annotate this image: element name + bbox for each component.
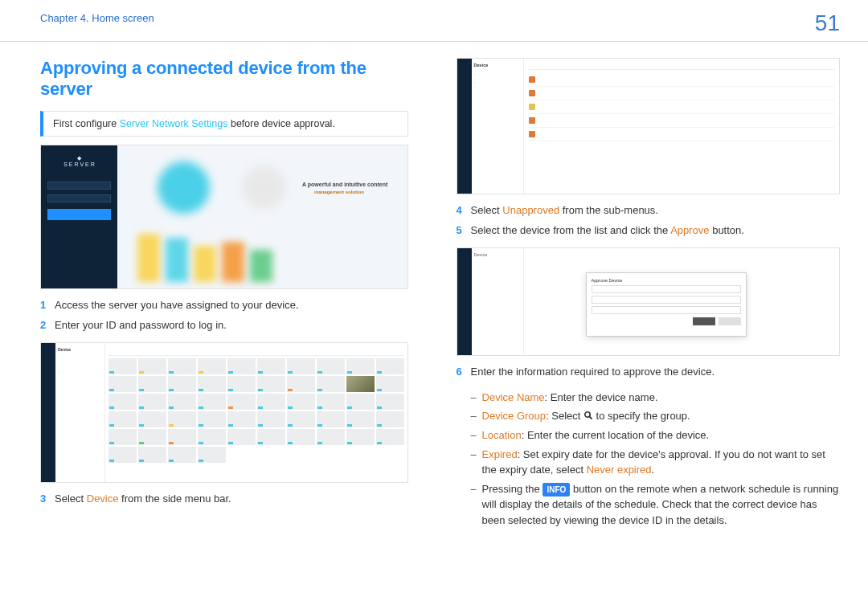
chart-bar-icon [137, 234, 160, 282]
cell [538, 90, 603, 96]
step-6: 6Enter the information required to appro… [457, 364, 840, 380]
step-num: 2 [40, 317, 55, 333]
em: Device [87, 492, 119, 505]
em: Never expired [587, 464, 652, 476]
promo-text-2: management solution [314, 190, 364, 194]
bullet-expired: Expired: Set expiry date for the device'… [471, 447, 840, 478]
text: . [652, 464, 655, 476]
device-tile [287, 358, 315, 374]
right-column: Device . . 4Select Unapproved from the s… [457, 58, 840, 531]
device-tile [108, 376, 137, 392]
cell [709, 76, 834, 83]
dialog-buttons [592, 317, 741, 325]
device-tile [108, 411, 137, 427]
promo-text-1: A powerful and intuitive content [302, 182, 387, 187]
step-text: Select the device from the list and clic… [471, 223, 744, 239]
step-6-bullets: Device Name: Enter the device name. Devi… [471, 390, 840, 529]
step-text: Select Unapproved from the sub-menus. [471, 202, 658, 219]
approve-dialog: Approve Device [586, 272, 747, 337]
device-tile [108, 358, 137, 374]
t: Select [55, 492, 87, 505]
dialog-field [592, 285, 741, 293]
label: Device Name [482, 391, 545, 403]
device-tile [227, 376, 256, 392]
em: Approve [670, 224, 709, 236]
login-sidebar: ◆S E R V E R [41, 145, 117, 288]
text: to specify the group. [593, 410, 690, 422]
cell [709, 104, 834, 110]
device-tile [346, 394, 375, 410]
table-row [529, 73, 834, 87]
magnifier-icon [583, 409, 593, 425]
login-id-field [47, 182, 111, 190]
cell [709, 117, 834, 124]
device-tile [138, 447, 166, 463]
cell [538, 131, 603, 137]
screenshot-unapproved-table: Device . . [457, 58, 840, 194]
chart-bar-icon [250, 250, 272, 282]
grid-main [105, 343, 407, 482]
device-tile [346, 429, 375, 445]
dialog-field [592, 296, 741, 304]
callout-text-pre: First configure [53, 118, 120, 129]
device-tile [138, 394, 166, 410]
t: from the sub-menus. [559, 204, 658, 216]
text: : Enter the current location of the devi… [522, 429, 709, 441]
device-tile [108, 429, 137, 445]
table-row [529, 114, 834, 128]
steps-1-2: 1Access the server you have assigned to … [40, 297, 408, 333]
table-row [529, 100, 834, 114]
cancel-button [719, 317, 741, 325]
screenshot-device-grid: Device . . . [40, 342, 408, 483]
device-tile [198, 376, 226, 392]
nav-item: . [474, 70, 521, 78]
device-tile [376, 429, 404, 445]
side-nav: Device . . . [55, 343, 105, 482]
device-tile [257, 394, 285, 410]
dialog-title: Approve Device [592, 278, 741, 283]
step-3-list: 3Select Device from the side menu bar. [40, 491, 408, 507]
device-tiles [108, 358, 404, 463]
step-1: 1Access the server you have assigned to … [40, 297, 408, 313]
device-icon [529, 90, 535, 96]
login-main: A powerful and intuitive content managem… [117, 145, 407, 288]
device-icon [529, 131, 535, 137]
cell [606, 131, 662, 137]
device-icon [529, 76, 535, 83]
device-tile [376, 358, 404, 374]
cell [538, 117, 603, 124]
left-column: Approving a connected device from the se… [40, 58, 408, 531]
section-title: Approving a connected device from the se… [40, 58, 408, 100]
bullet-device-group: Device Group: Select to specify the grou… [471, 408, 840, 424]
device-tile [108, 447, 137, 463]
page-number: 51 [815, 12, 840, 35]
device-tile [257, 411, 285, 427]
grid-header [108, 346, 404, 356]
step-text: Access the server you have assigned to y… [55, 297, 299, 313]
text: : Select [546, 410, 583, 422]
step-num: 4 [457, 202, 471, 219]
device-tile [227, 411, 256, 427]
device-tile [287, 394, 315, 410]
steps-4-5: 4Select Unapproved from the sub-menus. 5… [457, 202, 840, 238]
chapter-label[interactable]: Chapter 4. Home screen [40, 12, 154, 24]
cell [606, 104, 662, 110]
callout-link[interactable]: Server Network Settings [120, 118, 228, 129]
device-tile [168, 394, 196, 410]
cell [709, 90, 834, 96]
device-icon [529, 117, 535, 124]
cell [665, 117, 706, 124]
bullet-device-name: Device Name: Enter the device name. [471, 390, 840, 406]
device-tile [138, 411, 166, 427]
cell [606, 76, 662, 83]
step-4: 4Select Unapproved from the sub-menus. [457, 202, 840, 219]
text: : Enter the device name. [545, 391, 658, 403]
cell [665, 104, 706, 110]
chart-bar-icon [222, 242, 244, 282]
nav-item: . [58, 367, 102, 374]
login-pw-field [47, 194, 111, 202]
step-num: 6 [457, 364, 471, 380]
nav-heading: Device [58, 346, 102, 353]
device-tile [346, 411, 375, 427]
table-header [529, 62, 834, 70]
